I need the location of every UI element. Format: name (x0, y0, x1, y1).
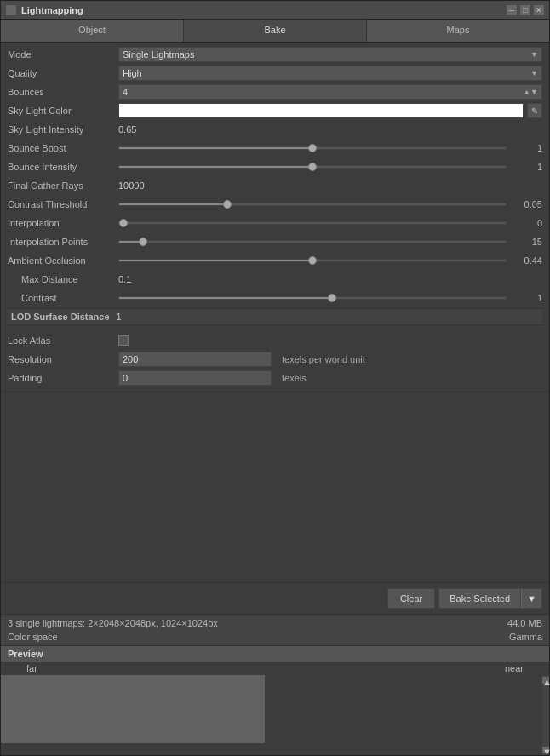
interpolation-points-slider-container: 15 (118, 237, 542, 247)
interpolation-points-label: Interpolation Points (8, 237, 118, 247)
bounce-boost-fill (119, 147, 312, 149)
preview-far-label: far (26, 663, 37, 673)
tab-bake[interactable]: Bake (184, 20, 367, 42)
bounce-intensity-row: Bounce Intensity 1 (8, 158, 542, 175)
lod-surface-distance-row: LOD Surface Distance 1 (8, 308, 542, 325)
sky-light-color-swatch[interactable] (118, 103, 524, 118)
contrast-threshold-track[interactable] (118, 203, 507, 206)
max-distance-row: Max Distance 0.1 (21, 271, 542, 288)
bounce-intensity-slider-container: 1 (118, 162, 542, 172)
padding-input[interactable] (118, 370, 272, 386)
lod-surface-distance-value: 1 (117, 312, 122, 322)
padding-control: texels (118, 370, 542, 386)
preview-image[interactable] (1, 675, 265, 743)
minimize-button[interactable]: ─ (507, 5, 517, 15)
contrast-threshold-slider-container: 0.05 (118, 199, 542, 209)
close-button[interactable]: ✕ (534, 5, 544, 15)
bounces-control: 4 ▲▼ (118, 84, 542, 100)
ambient-occlusion-fill (119, 260, 312, 261)
mode-dropdown-arrow: ▼ (530, 50, 538, 59)
interpolation-row: Interpolation 0 (8, 215, 542, 232)
contrast-track[interactable] (118, 296, 507, 300)
padding-unit: texels (282, 373, 307, 383)
lock-atlas-checkbox[interactable] (118, 335, 129, 346)
bounce-intensity-fill (119, 166, 312, 168)
bake-selected-dropdown-button[interactable]: ▼ (521, 588, 542, 609)
interpolation-points-thumb[interactable] (139, 238, 147, 246)
eyedropper-button[interactable]: ✎ (527, 103, 542, 118)
final-gather-rays-control: 10000 (118, 180, 542, 191)
padding-label: Padding (8, 373, 118, 383)
title-bar: Lightmapping ─ □ ✕ (1, 1, 549, 20)
interpolation-slider-container: 0 (118, 218, 542, 228)
max-distance-value: 0.1 (118, 274, 131, 284)
bounce-intensity-thumb[interactable] (308, 163, 317, 171)
preview-near-label: near (505, 663, 524, 673)
scroll-down-button[interactable]: ▼ (542, 747, 549, 753)
bounce-boost-thumb[interactable] (308, 144, 317, 152)
bounce-boost-slider-container: 1 (118, 143, 542, 153)
button-row: Clear Bake Selected ▼ (1, 582, 549, 614)
bounce-intensity-track[interactable] (118, 165, 507, 169)
interpolation-points-track[interactable] (118, 240, 507, 243)
resolution-unit: texels per world unit (282, 354, 365, 364)
bake-selected-button[interactable]: Bake Selected (438, 588, 521, 609)
contrast-thumb[interactable] (328, 294, 336, 302)
mode-dropdown[interactable]: Single Lightmaps ▼ (118, 47, 542, 62)
bounces-value: 4 (123, 87, 128, 97)
bounces-label: Bounces (8, 87, 118, 97)
window-icon (6, 5, 16, 15)
final-gather-rays-label: Final Gather Rays (8, 180, 118, 191)
contrast-threshold-control: 0.05 (118, 199, 542, 209)
contrast-threshold-label: Contrast Threshold (8, 199, 118, 209)
color-space-bar: Color space Gamma (1, 632, 549, 645)
sky-light-intensity-row: Sky Light Intensity 0.65 (8, 121, 542, 138)
interpolation-track[interactable] (118, 221, 507, 225)
contrast-label: Contrast (21, 293, 118, 303)
ambient-occlusion-label: Ambient Occlusion (8, 255, 118, 266)
scroll-up-button[interactable]: ▲ (542, 677, 549, 684)
quality-row: Quality High ▼ (8, 65, 542, 82)
resolution-label: Resolution (8, 354, 118, 364)
preview-labels: far near (1, 662, 549, 675)
bounce-boost-control: 1 (118, 143, 542, 153)
preview-header: Preview (1, 645, 549, 662)
contrast-fill (119, 297, 332, 299)
resolution-control: texels per world unit (118, 352, 542, 367)
tab-object[interactable]: Object (1, 20, 184, 42)
quality-label: Quality (8, 68, 118, 78)
mode-value: Single Lightmaps (123, 49, 194, 60)
clear-button[interactable]: Clear (387, 588, 435, 609)
bounce-boost-track[interactable] (118, 146, 507, 150)
sky-light-color-label: Sky Light Color (8, 106, 118, 116)
mode-row: Mode Single Lightmaps ▼ (8, 46, 542, 63)
bake-selected-group: Bake Selected ▼ (438, 588, 542, 609)
interpolation-points-fill (119, 241, 139, 243)
bounces-input[interactable]: 4 ▲▼ (118, 84, 542, 100)
lock-atlas-label: Lock Atlas (8, 335, 118, 346)
ambient-occlusion-track[interactable] (118, 259, 507, 262)
window-controls: ─ □ ✕ (507, 5, 544, 15)
max-distance-label: Max Distance (21, 274, 118, 284)
interpolation-thumb[interactable] (119, 219, 128, 227)
resolution-input[interactable] (118, 352, 272, 367)
settings-panel: Mode Single Lightmaps ▼ Quality High ▼ (1, 43, 549, 392)
contrast-slider-container: 1 (118, 293, 542, 303)
maximize-button[interactable]: □ (520, 5, 530, 15)
sky-light-color-control: ✎ (118, 103, 542, 118)
contrast-threshold-thumb[interactable] (223, 200, 232, 209)
preview-scrollbar[interactable]: ▲ ▼ (542, 675, 549, 755)
contrast-threshold-value: 0.05 (512, 199, 542, 209)
color-space-value: Gamma (509, 632, 542, 642)
ambient-occlusion-slider-container: 0.44 (118, 255, 542, 266)
status-bar: 3 single lightmaps: 2×2048×2048px, 1024×… (1, 614, 549, 632)
sky-light-intensity-label: Sky Light Intensity (8, 124, 118, 135)
sky-light-intensity-control: 0.65 (118, 124, 542, 135)
quality-dropdown[interactable]: High ▼ (118, 66, 542, 81)
contrast-threshold-row: Contrast Threshold 0.05 (8, 196, 542, 213)
window-title: Lightmapping (21, 5, 83, 15)
ambient-occlusion-thumb[interactable] (308, 256, 317, 265)
interpolation-points-value: 15 (512, 237, 542, 247)
contrast-threshold-fill (119, 203, 227, 205)
tab-maps[interactable]: Maps (367, 20, 549, 42)
